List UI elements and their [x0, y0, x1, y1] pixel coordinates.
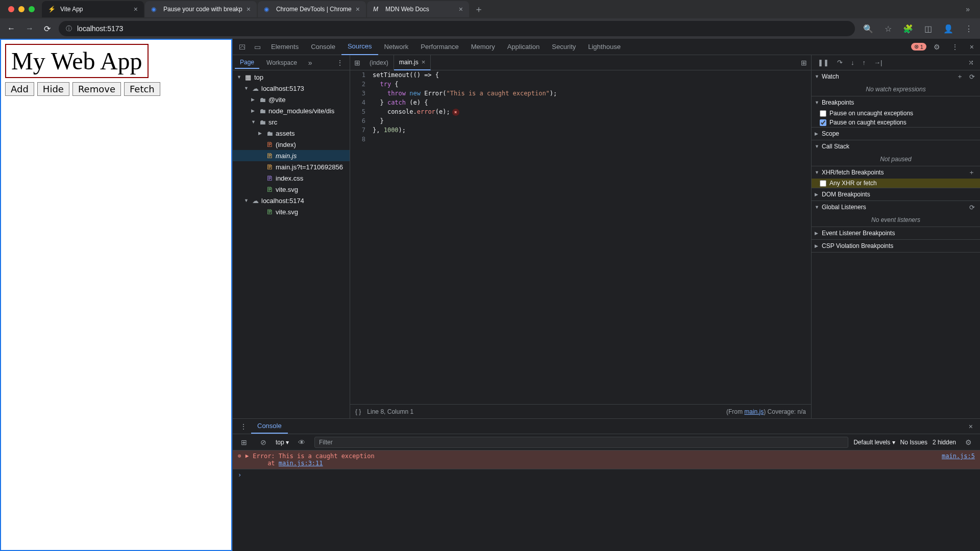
tree-folder-src[interactable]: ▼🖿src — [233, 116, 350, 128]
step-over-icon[interactable]: ↷ — [834, 57, 846, 68]
tab-console[interactable]: Console — [305, 39, 341, 55]
browser-tab-1[interactable]: ◉ Pause your code with breakp × — [145, 1, 257, 17]
tree-file-main-js-q[interactable]: 🖹main.js?t=1710692856 — [233, 161, 350, 172]
close-editor-tab-icon[interactable]: × — [422, 58, 426, 66]
tab-security[interactable]: Security — [546, 39, 582, 55]
tree-top[interactable]: ▼▦top — [233, 71, 350, 83]
event-breakpoints-header[interactable]: ▶Event Listener Breakpoints — [812, 227, 980, 239]
expand-error-icon[interactable]: ▶ — [246, 453, 249, 467]
refresh-listeners-icon[interactable]: ⟳ — [967, 203, 977, 212]
profile-icon[interactable]: 👤 — [941, 22, 955, 36]
deactivate-breakpoints-icon[interactable]: ⤭ — [965, 57, 977, 68]
scope-section-header[interactable]: ▶Scope — [812, 128, 980, 140]
reload-button[interactable]: ⟳ — [42, 22, 53, 36]
pause-caught-row[interactable]: Pause on caught exceptions — [812, 118, 980, 127]
issues-label[interactable]: No Issues — [900, 439, 927, 446]
maximize-window[interactable] — [29, 6, 35, 12]
nav-tab-workspace[interactable]: Workspace — [261, 57, 302, 68]
tree-folder-assets[interactable]: ▶🖿assets — [233, 128, 350, 139]
log-levels-selector[interactable]: Default levels ▾ — [853, 439, 895, 446]
tree-folder-vite[interactable]: ▶🖿@vite — [233, 94, 350, 105]
console-more-icon[interactable]: ⋮ — [236, 419, 251, 434]
close-drawer-icon[interactable]: × — [965, 419, 977, 434]
tree-file-index-css[interactable]: 🖹index.css — [233, 172, 350, 184]
tab-elements[interactable]: Elements — [265, 39, 305, 55]
any-xhr-checkbox[interactable] — [820, 180, 826, 187]
tree-file-index[interactable]: 🖹(index) — [233, 139, 350, 150]
back-button[interactable]: ← — [5, 22, 17, 35]
clear-console-icon[interactable]: ⊘ — [256, 435, 271, 449]
step-into-icon[interactable]: ↓ — [848, 57, 857, 68]
toggle-debugger-icon[interactable]: ⊞ — [797, 56, 811, 70]
tree-file-vite-svg-2[interactable]: 🖹vite.svg — [233, 206, 350, 217]
close-devtools-icon[interactable]: × — [966, 40, 978, 54]
close-tab-icon[interactable]: × — [356, 5, 360, 13]
tab-application[interactable]: Application — [501, 39, 546, 55]
add-xhr-breakpoint-icon[interactable]: ＋ — [966, 167, 977, 178]
tab-sources[interactable]: Sources — [341, 39, 378, 55]
tab-overflow-icon[interactable]: » — [960, 5, 976, 13]
step-out-icon[interactable]: ↑ — [860, 57, 869, 68]
tab-performance[interactable]: Performance — [414, 39, 464, 55]
site-info-icon[interactable]: ⓘ — [66, 24, 72, 33]
tab-network[interactable]: Network — [378, 39, 415, 55]
console-error-message[interactable]: ⊗ ▶ Error: This is a caught exception at… — [233, 450, 980, 469]
console-filter-input[interactable] — [314, 437, 848, 448]
tree-file-vite-svg[interactable]: 🖹vite.svg — [233, 184, 350, 195]
pause-uncaught-row[interactable]: Pause on uncaught exceptions — [812, 109, 980, 118]
fetch-button[interactable]: Fetch — [124, 82, 160, 96]
hide-button[interactable]: Hide — [37, 82, 69, 96]
refresh-watch-icon[interactable]: ⟳ — [967, 72, 977, 82]
stack-link[interactable]: main.js:3:11 — [279, 460, 323, 467]
browser-tab-2[interactable]: ◉ Chrome DevTools | Chrome × — [258, 1, 366, 17]
error-source-link[interactable]: main.js:5 — [942, 453, 975, 467]
more-icon[interactable]: ⋮ — [947, 40, 963, 54]
close-tab-icon[interactable]: × — [459, 5, 463, 13]
source-link[interactable]: main.js — [744, 408, 764, 415]
device-toolbar-icon[interactable]: ▭ — [250, 40, 265, 54]
browser-tab-3[interactable]: M MDN Web Docs × — [367, 1, 469, 17]
tab-memory[interactable]: Memory — [465, 39, 501, 55]
editor-tab-main-js[interactable]: main.js× — [394, 55, 431, 70]
forward-button[interactable]: → — [23, 22, 36, 35]
close-window[interactable] — [8, 6, 14, 12]
dom-breakpoints-header[interactable]: ▶DOM Breakpoints — [812, 188, 980, 201]
live-expression-icon[interactable]: 👁 — [294, 435, 309, 449]
new-tab-button[interactable]: ＋ — [470, 3, 487, 15]
tree-file-main-js[interactable]: 🖹main.js — [233, 150, 350, 161]
close-tab-icon[interactable]: × — [247, 5, 251, 13]
tree-host-5173[interactable]: ▼☁localhost:5173 — [233, 83, 350, 94]
sidepanel-icon[interactable]: ◫ — [922, 22, 934, 36]
pause-uncaught-checkbox[interactable] — [820, 110, 826, 117]
csp-breakpoints-header[interactable]: ▶CSP Violation Breakpoints — [812, 240, 980, 252]
tree-host-5174[interactable]: ▼☁localhost:5174 — [233, 195, 350, 206]
code-editor[interactable]: 12345678 setTimeout(() => { try { throw … — [350, 70, 811, 404]
watch-section-header[interactable]: ▼Watch＋⟳ — [812, 70, 980, 83]
nav-tab-page[interactable]: Page — [235, 57, 259, 69]
add-watch-icon[interactable]: ＋ — [954, 71, 965, 82]
inspect-element-icon[interactable]: ⮹ — [235, 40, 250, 54]
any-xhr-row[interactable]: Any XHR or fetch — [812, 179, 980, 188]
close-tab-icon[interactable]: × — [134, 5, 138, 13]
editor-tab-index[interactable]: (index) — [364, 55, 394, 70]
pretty-print-icon[interactable]: { } — [355, 408, 361, 415]
extensions-icon[interactable]: 🧩 — [901, 22, 915, 36]
global-listeners-header[interactable]: ▼Global Listeners⟳ — [812, 201, 980, 213]
nav-overflow-icon[interactable]: » — [304, 56, 316, 70]
toggle-console-sidebar-icon[interactable]: ⊞ — [237, 435, 251, 449]
tree-folder-node-modules[interactable]: ▶🖿node_modules/vite/dis — [233, 105, 350, 116]
step-icon[interactable]: →| — [871, 57, 885, 68]
error-count-badge[interactable]: 1 — [911, 43, 926, 51]
add-button[interactable]: Add — [5, 82, 34, 96]
browser-tab-0[interactable]: ⚡ Vite App × — [42, 1, 144, 17]
nav-more-icon[interactable]: ⋮ — [332, 56, 348, 70]
menu-icon[interactable]: ⋮ — [963, 22, 975, 36]
hidden-label[interactable]: 2 hidden — [933, 439, 956, 446]
breakpoints-section-header[interactable]: ▼Breakpoints — [812, 96, 980, 109]
toggle-navigator-icon[interactable]: ⊞ — [350, 56, 364, 70]
callstack-section-header[interactable]: ▼Call Stack — [812, 140, 980, 153]
tab-lighthouse[interactable]: Lighthouse — [582, 39, 627, 55]
console-settings-icon[interactable]: ⚙ — [961, 435, 976, 449]
zoom-icon[interactable]: 🔍 — [861, 22, 875, 36]
xhr-section-header[interactable]: ▼XHR/fetch Breakpoints＋ — [812, 166, 980, 179]
